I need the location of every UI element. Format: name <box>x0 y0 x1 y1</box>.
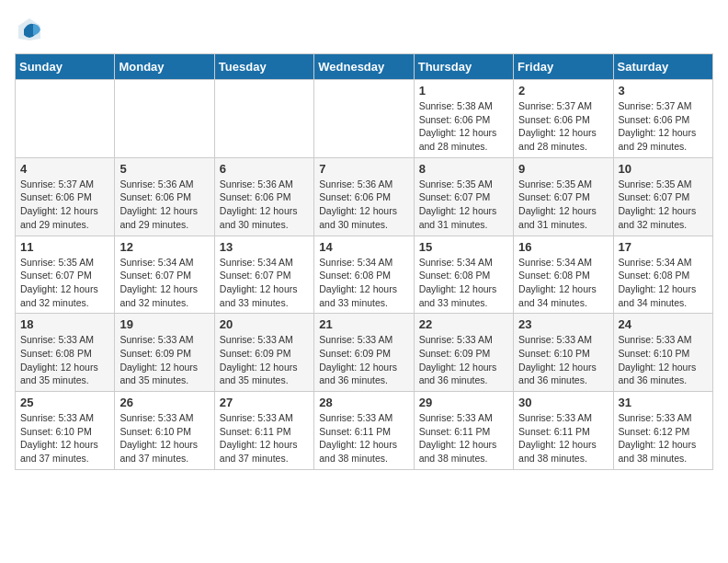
day-number: 17 <box>619 240 708 254</box>
day-number: 29 <box>419 396 508 409</box>
calendar-cell: 7Sunrise: 5:36 AM Sunset: 6:06 PM Daylig… <box>314 157 414 236</box>
calendar-cell: 15Sunrise: 5:34 AM Sunset: 6:08 PM Dayli… <box>414 236 513 314</box>
calendar-cell: 25Sunrise: 5:33 AM Sunset: 6:10 PM Dayli… <box>16 392 115 470</box>
calendar-cell: 19Sunrise: 5:33 AM Sunset: 6:09 PM Dayli… <box>115 314 214 392</box>
calendar-week-row: 25Sunrise: 5:33 AM Sunset: 6:10 PM Dayli… <box>16 392 713 470</box>
calendar-cell: 3Sunrise: 5:37 AM Sunset: 6:06 PM Daylig… <box>613 80 712 158</box>
day-info: Sunrise: 5:33 AM Sunset: 6:09 PM Dayligh… <box>119 333 209 387</box>
calendar-cell: 21Sunrise: 5:33 AM Sunset: 6:09 PM Dayli… <box>314 314 414 392</box>
calendar-cell: 31Sunrise: 5:33 AM Sunset: 6:12 PM Dayli… <box>613 392 712 470</box>
calendar-cell: 16Sunrise: 5:34 AM Sunset: 6:08 PM Dayli… <box>514 236 613 314</box>
day-info: Sunrise: 5:34 AM Sunset: 6:07 PM Dayligh… <box>119 256 209 310</box>
calendar-cell: 6Sunrise: 5:36 AM Sunset: 6:06 PM Daylig… <box>214 157 313 236</box>
day-number: 7 <box>319 162 408 176</box>
day-number: 25 <box>20 396 109 409</box>
day-info: Sunrise: 5:33 AM Sunset: 6:11 PM Dayligh… <box>220 411 309 465</box>
day-number: 26 <box>119 396 209 409</box>
weekday-header-monday: Monday <box>115 54 214 80</box>
calendar-cell <box>314 80 414 158</box>
weekday-header-wednesday: Wednesday <box>314 54 414 80</box>
day-info: Sunrise: 5:37 AM Sunset: 6:06 PM Dayligh… <box>518 99 608 154</box>
day-number: 21 <box>319 317 408 331</box>
day-number: 11 <box>20 240 109 254</box>
calendar-cell <box>16 80 115 158</box>
day-number: 20 <box>220 317 309 331</box>
day-info: Sunrise: 5:35 AM Sunset: 6:07 PM Dayligh… <box>20 256 109 310</box>
day-info: Sunrise: 5:33 AM Sunset: 6:11 PM Dayligh… <box>319 411 408 465</box>
calendar-cell: 13Sunrise: 5:34 AM Sunset: 6:07 PM Dayli… <box>214 236 313 314</box>
day-info: Sunrise: 5:33 AM Sunset: 6:11 PM Dayligh… <box>419 411 508 465</box>
calendar-cell: 10Sunrise: 5:35 AM Sunset: 6:07 PM Dayli… <box>613 157 712 236</box>
weekday-header-sunday: Sunday <box>16 54 115 80</box>
day-info: Sunrise: 5:33 AM Sunset: 6:10 PM Dayligh… <box>518 333 608 387</box>
weekday-header-row: SundayMondayTuesdayWednesdayThursdayFrid… <box>16 54 713 80</box>
calendar-cell: 12Sunrise: 5:34 AM Sunset: 6:07 PM Dayli… <box>115 236 214 314</box>
day-number: 2 <box>518 84 608 98</box>
day-info: Sunrise: 5:37 AM Sunset: 6:06 PM Dayligh… <box>20 178 109 232</box>
day-number: 28 <box>319 396 408 409</box>
day-number: 1 <box>419 84 508 98</box>
day-info: Sunrise: 5:33 AM Sunset: 6:10 PM Dayligh… <box>619 333 708 387</box>
day-info: Sunrise: 5:38 AM Sunset: 6:06 PM Dayligh… <box>419 99 508 154</box>
day-number: 23 <box>518 317 608 331</box>
day-number: 18 <box>20 317 109 331</box>
day-number: 9 <box>518 162 608 176</box>
day-info: Sunrise: 5:34 AM Sunset: 6:08 PM Dayligh… <box>518 256 608 310</box>
calendar-cell: 14Sunrise: 5:34 AM Sunset: 6:08 PM Dayli… <box>314 236 414 314</box>
day-number: 19 <box>119 317 209 331</box>
calendar-cell <box>115 80 214 158</box>
day-number: 3 <box>619 84 708 98</box>
day-info: Sunrise: 5:33 AM Sunset: 6:09 PM Dayligh… <box>220 333 309 387</box>
day-number: 30 <box>518 396 608 409</box>
calendar-week-row: 11Sunrise: 5:35 AM Sunset: 6:07 PM Dayli… <box>16 236 713 314</box>
day-info: Sunrise: 5:34 AM Sunset: 6:07 PM Dayligh… <box>220 256 309 310</box>
logo <box>15 15 42 46</box>
day-info: Sunrise: 5:33 AM Sunset: 6:09 PM Dayligh… <box>319 333 408 387</box>
day-info: Sunrise: 5:34 AM Sunset: 6:08 PM Dayligh… <box>419 256 508 310</box>
calendar-cell: 18Sunrise: 5:33 AM Sunset: 6:08 PM Dayli… <box>16 314 115 392</box>
calendar-cell: 28Sunrise: 5:33 AM Sunset: 6:11 PM Dayli… <box>314 392 414 470</box>
day-info: Sunrise: 5:35 AM Sunset: 6:07 PM Dayligh… <box>419 178 508 232</box>
day-info: Sunrise: 5:34 AM Sunset: 6:08 PM Dayligh… <box>619 256 708 310</box>
day-number: 13 <box>220 240 309 254</box>
day-info: Sunrise: 5:33 AM Sunset: 6:10 PM Dayligh… <box>119 411 209 465</box>
calendar-cell: 30Sunrise: 5:33 AM Sunset: 6:11 PM Dayli… <box>514 392 613 470</box>
day-info: Sunrise: 5:34 AM Sunset: 6:08 PM Dayligh… <box>319 256 408 310</box>
day-info: Sunrise: 5:33 AM Sunset: 6:12 PM Dayligh… <box>619 411 708 465</box>
day-number: 12 <box>119 240 209 254</box>
day-info: Sunrise: 5:35 AM Sunset: 6:07 PM Dayligh… <box>518 178 608 232</box>
day-info: Sunrise: 5:33 AM Sunset: 6:09 PM Dayligh… <box>419 333 508 387</box>
logo-icon <box>17 17 42 46</box>
day-number: 24 <box>619 317 708 331</box>
day-info: Sunrise: 5:35 AM Sunset: 6:07 PM Dayligh… <box>619 178 708 232</box>
day-number: 14 <box>319 240 408 254</box>
calendar-week-row: 18Sunrise: 5:33 AM Sunset: 6:08 PM Dayli… <box>16 314 713 392</box>
day-info: Sunrise: 5:33 AM Sunset: 6:08 PM Dayligh… <box>20 333 109 387</box>
calendar-cell: 29Sunrise: 5:33 AM Sunset: 6:11 PM Dayli… <box>414 392 513 470</box>
day-number: 31 <box>619 396 708 409</box>
day-number: 16 <box>518 240 608 254</box>
day-info: Sunrise: 5:33 AM Sunset: 6:10 PM Dayligh… <box>20 411 109 465</box>
calendar-cell: 22Sunrise: 5:33 AM Sunset: 6:09 PM Dayli… <box>414 314 513 392</box>
day-number: 27 <box>220 396 309 409</box>
weekday-header-thursday: Thursday <box>414 54 513 80</box>
calendar-cell: 27Sunrise: 5:33 AM Sunset: 6:11 PM Dayli… <box>214 392 313 470</box>
day-number: 4 <box>20 162 109 176</box>
calendar-week-row: 4Sunrise: 5:37 AM Sunset: 6:06 PM Daylig… <box>16 157 713 236</box>
calendar-cell: 5Sunrise: 5:36 AM Sunset: 6:06 PM Daylig… <box>115 157 214 236</box>
day-number: 8 <box>419 162 508 176</box>
calendar-table: SundayMondayTuesdayWednesdayThursdayFrid… <box>15 53 713 470</box>
calendar-cell: 26Sunrise: 5:33 AM Sunset: 6:10 PM Dayli… <box>115 392 214 470</box>
calendar-cell: 24Sunrise: 5:33 AM Sunset: 6:10 PM Dayli… <box>613 314 712 392</box>
day-number: 6 <box>220 162 309 176</box>
calendar-cell: 17Sunrise: 5:34 AM Sunset: 6:08 PM Dayli… <box>613 236 712 314</box>
day-info: Sunrise: 5:36 AM Sunset: 6:06 PM Dayligh… <box>319 178 408 232</box>
day-info: Sunrise: 5:33 AM Sunset: 6:11 PM Dayligh… <box>518 411 608 465</box>
calendar-cell: 2Sunrise: 5:37 AM Sunset: 6:06 PM Daylig… <box>514 80 613 158</box>
calendar-cell: 4Sunrise: 5:37 AM Sunset: 6:06 PM Daylig… <box>16 157 115 236</box>
day-info: Sunrise: 5:37 AM Sunset: 6:06 PM Dayligh… <box>619 99 708 154</box>
calendar-cell: 20Sunrise: 5:33 AM Sunset: 6:09 PM Dayli… <box>214 314 313 392</box>
calendar-cell: 9Sunrise: 5:35 AM Sunset: 6:07 PM Daylig… <box>514 157 613 236</box>
calendar-cell <box>214 80 313 158</box>
calendar-week-row: 1Sunrise: 5:38 AM Sunset: 6:06 PM Daylig… <box>16 80 713 158</box>
